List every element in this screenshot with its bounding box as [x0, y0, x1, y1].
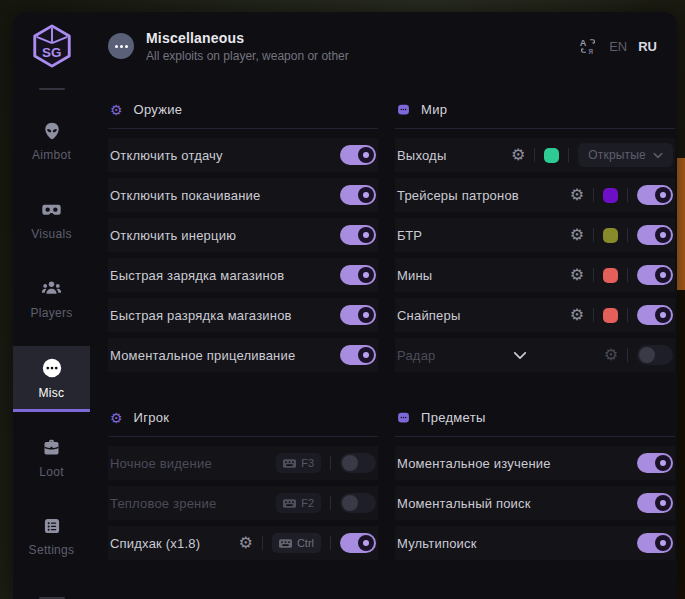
- control-separator: [593, 228, 594, 242]
- chevron-down-icon: [653, 152, 663, 159]
- toggle[interactable]: [340, 533, 376, 553]
- feature-row: Моментальное изучение: [395, 446, 675, 480]
- feature-row: Моментальный поиск: [395, 486, 675, 520]
- control-separator: [627, 348, 628, 362]
- toggle[interactable]: [340, 265, 376, 285]
- toggle[interactable]: [637, 453, 673, 473]
- color-swatch[interactable]: [544, 148, 559, 163]
- feature-row: Выходы⚙Открытые: [395, 138, 675, 172]
- gear-icon: ⚙: [110, 411, 123, 425]
- section-title: Игрок: [134, 410, 170, 425]
- lang-ru-button[interactable]: RU: [638, 39, 657, 54]
- svg-text:SG: SG: [41, 45, 60, 60]
- toggle[interactable]: [637, 533, 673, 553]
- section-divider: [108, 436, 378, 437]
- gear-icon[interactable]: ⚙: [570, 307, 584, 323]
- gear-icon[interactable]: ⚙: [570, 267, 584, 283]
- hotkey-label: F3: [301, 457, 314, 469]
- toggle[interactable]: [340, 185, 376, 205]
- sg-cube-logo-icon: SG: [29, 23, 75, 69]
- feature-row: Быстрая зарядка магазинов: [108, 258, 378, 292]
- chevron-down-icon[interactable]: [513, 351, 527, 360]
- feature-label: Выходы: [397, 148, 446, 163]
- dropdown-select[interactable]: Открытые: [578, 143, 673, 167]
- feature-label: Отключить отдачу: [110, 148, 223, 163]
- sidebar-item-label: Visuals: [31, 227, 72, 241]
- players-icon: [41, 278, 62, 299]
- sidebar-item-loot[interactable]: Loot: [13, 426, 90, 491]
- feature-row: Отключить покачивание: [108, 178, 378, 212]
- translate-icon: A я: [578, 36, 598, 56]
- sidebar-item-label: Loot: [39, 465, 64, 479]
- page-subtitle: All exploits on player, weapon or other: [146, 49, 349, 63]
- section-header: ⚙Игрок: [108, 402, 378, 436]
- hotkey-label: Ctrl: [297, 537, 314, 549]
- toggle[interactable]: [340, 453, 376, 473]
- feature-row: Спидхак (x1.8)⚙Ctrl: [108, 526, 378, 560]
- feature-label: Моментальное изучение: [397, 456, 551, 471]
- toggle[interactable]: [340, 493, 376, 513]
- feature-row: Быстрая разрядка магазинов: [108, 298, 378, 332]
- toggle[interactable]: [340, 145, 376, 165]
- section-header: Предметы: [395, 402, 675, 436]
- briefcase-icon: [41, 437, 62, 458]
- section-divider: [395, 436, 675, 437]
- hotkey-badge[interactable]: F3: [276, 453, 321, 473]
- lang-en-button[interactable]: EN: [609, 39, 627, 54]
- toggle[interactable]: [637, 493, 673, 513]
- sidebar-item-label: Players: [30, 306, 72, 320]
- hotkey-label: F2: [301, 497, 314, 509]
- ellipsis-icon: [108, 33, 134, 59]
- hotkey-badge[interactable]: Ctrl: [272, 533, 321, 553]
- ellipsis-icon: [41, 357, 63, 379]
- gear-icon[interactable]: ⚙: [570, 227, 584, 243]
- control-separator: [534, 148, 535, 162]
- section-divider: [108, 128, 378, 129]
- feature-row: Радар⚙: [395, 338, 675, 372]
- color-swatch[interactable]: [603, 228, 618, 243]
- section-header: Мир: [395, 94, 675, 128]
- feature-label: Отключить покачивание: [110, 188, 260, 203]
- gear-icon[interactable]: ⚙: [570, 187, 584, 203]
- sidebar-item-settings[interactable]: Settings: [13, 505, 90, 569]
- sidebar-item-label: Misc: [39, 386, 65, 400]
- color-swatch[interactable]: [603, 308, 618, 323]
- dots-square-icon: [397, 411, 410, 424]
- control-separator: [568, 148, 569, 162]
- toggle[interactable]: [340, 305, 376, 325]
- gear-icon[interactable]: ⚙: [604, 347, 618, 363]
- toggle[interactable]: [637, 265, 673, 285]
- toggle[interactable]: [637, 305, 673, 325]
- color-swatch[interactable]: [603, 268, 618, 283]
- control-separator: [330, 456, 331, 470]
- feature-row: БТР⚙: [395, 218, 675, 252]
- feature-label: Моментальный поиск: [397, 496, 531, 511]
- section-world: МирВыходы⚙ОткрытыеТрейсеры патронов⚙БТР⚙…: [395, 94, 675, 378]
- feature-row: Мультипоиск: [395, 526, 675, 560]
- hotkey-badge[interactable]: F2: [276, 493, 321, 513]
- toggle[interactable]: [637, 185, 673, 205]
- toggle[interactable]: [340, 225, 376, 245]
- page-title: Miscellaneous: [146, 30, 349, 46]
- feature-label: Мультипоиск: [397, 536, 477, 551]
- toggle[interactable]: [637, 225, 673, 245]
- settings-list-icon: [42, 516, 62, 536]
- language-switcher: A я EN RU: [578, 36, 677, 56]
- feature-label: Спидхак (x1.8): [110, 536, 200, 551]
- gear-icon[interactable]: ⚙: [511, 147, 525, 163]
- sidebar-item-misc[interactable]: Misc: [13, 346, 90, 412]
- feature-label: Радар: [397, 348, 436, 363]
- sidebar-item-aimbot[interactable]: Aimbot: [13, 110, 90, 174]
- dots-square-icon: [397, 103, 410, 116]
- toggle[interactable]: [637, 345, 673, 365]
- sidebar-item-visuals[interactable]: Visuals: [13, 188, 90, 253]
- feature-label: Мины: [397, 268, 432, 283]
- sidebar-item-players[interactable]: Players: [13, 267, 90, 332]
- window-header: SG Miscellaneous All exploits on player,…: [13, 12, 677, 80]
- gear-icon[interactable]: ⚙: [239, 535, 253, 551]
- feature-row: Снайперы⚙: [395, 298, 675, 332]
- toggle[interactable]: [340, 345, 376, 365]
- color-swatch[interactable]: [603, 188, 618, 203]
- sidebar-divider-top: [39, 88, 65, 90]
- right-column: МирВыходы⚙ОткрытыеТрейсеры патронов⚙БТР⚙…: [395, 94, 675, 590]
